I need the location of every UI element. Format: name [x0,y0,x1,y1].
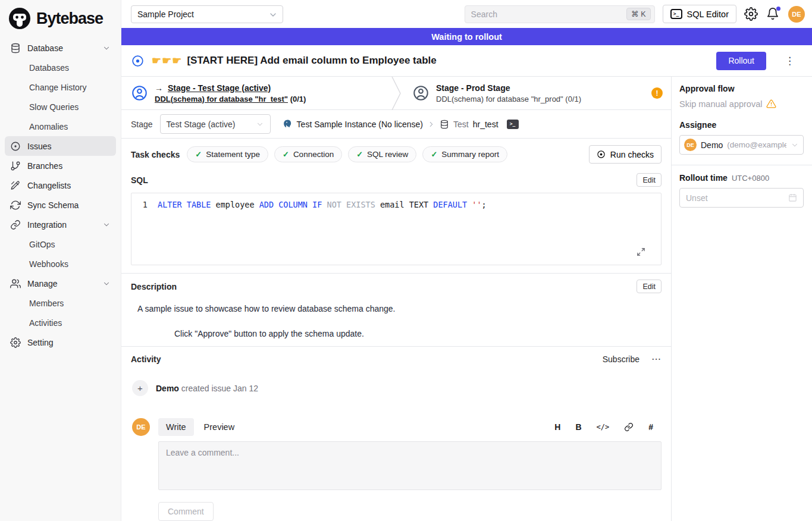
check-pill-summary-report[interactable]: ✓ Summary report [422,146,507,162]
activity-header: Activity Subscribe ⋯ [121,347,671,365]
sidebar-item-databases[interactable]: Databases [5,58,116,77]
sidebar-item-anomalies[interactable]: Anomalies [5,117,116,136]
sync-refresh-icon [10,200,21,211]
status-banner: Waiting to rollout [121,28,812,45]
chevron-down-icon [791,141,799,149]
sql-editor[interactable]: 1 ALTER TABLE employee ADD COLUMN IF NOT… [131,193,661,265]
command-k-shortcut: ⌘ K [626,8,650,20]
activity-entry: + Demo created issue Jan 12 [132,380,661,396]
stage-task-count: (0/1) [565,95,581,103]
rollout-time-label: Rollout time [679,173,728,183]
heading-icon[interactable]: H [554,422,560,432]
sidebar-item-manage[interactable]: Manage [5,274,116,293]
assignee-person-icon [413,85,429,101]
rollout-button[interactable]: Rollout [716,52,766,70]
bold-icon[interactable]: B [575,422,581,432]
sql-statement: ALTER TABLE employee ADD COLUMN IF NOT E… [158,200,487,209]
issue-sidebar: Approval flow Skip manual approval Assig… [671,77,812,521]
search-input[interactable] [471,10,627,19]
chevron-right-icon [427,120,435,128]
chevron-down-icon [102,221,111,229]
stage-strip: → Stage - Test Stage (active) DDL(schema… [121,77,671,110]
rollout-time-input[interactable]: Unset [679,188,804,208]
subscribe-button[interactable]: Subscribe [603,354,639,364]
content-row: → Stage - Test Stage (active) DDL(schema… [121,77,812,521]
issue-header: ☛☛☛ [START HERE] Add email column to Emp… [121,45,812,77]
topbar-right: ⌘ K >_ SQL Editor DE [465,5,805,23]
instance-name[interactable]: Test Sample Instance (No license) [297,120,423,129]
sidebar-item-changelists[interactable]: Changelists [5,175,116,195]
plus-icon: + [132,380,148,396]
comment-input[interactable] [158,441,661,490]
expand-icon[interactable] [637,247,645,256]
git-branch-icon [10,161,21,171]
chevron-down-icon [102,280,111,288]
database-name[interactable]: hr_test [473,120,499,129]
check-icon: ✓ [195,150,202,159]
sql-editor-button[interactable]: >_ SQL Editor [663,5,736,23]
sidebar-item-activities[interactable]: Activities [5,313,116,332]
kebab-menu-icon[interactable]: ⋮ [785,56,795,66]
check-pill-sql-review[interactable]: ✓ SQL review [348,146,416,162]
check-pill-statement-type[interactable]: ✓ Statement type [187,146,268,162]
check-pill-connection[interactable]: ✓ Connection [274,146,342,162]
check-icon: ✓ [431,150,437,159]
approval-flow-label: Approval flow [679,84,804,93]
run-checks-button[interactable]: Run checks [589,145,661,164]
comment-tabs: Write Preview H B </> # [158,418,661,436]
stage-card-prod[interactable]: Stage - Prod Stage DDL(schema) for datab… [403,77,671,109]
sidebar-item-setting[interactable]: Setting [5,332,116,352]
assignee-person-icon [131,85,148,101]
user-avatar[interactable]: DE [788,6,805,23]
sidebar-item-members[interactable]: Members [5,293,116,313]
panel-divider [672,165,812,165]
description-edit-button[interactable]: Edit [637,280,661,293]
task-checks-row: Task checks ✓ Statement type ✓ Connectio… [121,139,671,167]
more-horizontal-icon[interactable]: ⋯ [651,353,661,365]
sidebar-item-integration[interactable]: Integration [5,215,116,234]
activity-user: Demo [156,384,179,393]
link-icon[interactable] [624,422,634,432]
tab-preview[interactable]: Preview [196,418,243,436]
stage-select[interactable]: Test Stage (active) [160,114,271,134]
sql-label: SQL [131,175,148,185]
database-icon [440,120,449,129]
brand-logo[interactable]: Bytebase [0,0,121,36]
search-box[interactable]: ⌘ K [465,5,655,23]
sidebar-item-slow-queries[interactable]: Slow Queries [5,97,116,117]
stage-task: DDL(schema) for database "hr_prod" [436,95,563,103]
task-checks-label: Task checks [131,150,180,159]
warning-triangle-icon [766,99,776,109]
stage-task-link[interactable]: DDL(schema) for database "hr_test" [155,95,288,103]
arrow-right-icon: → [155,83,163,93]
line-number: 1 [131,200,158,209]
sidebar-item-sync-schema[interactable]: Sync Schema [5,195,116,215]
pointer-hands-icon: ☛☛☛ [152,54,182,67]
assignee-avatar: DE [684,139,697,151]
topbar: Sample Project ⌘ K >_ SQL Editor [121,0,812,28]
changelist-pencil-icon [10,180,21,191]
sidebar-item-issues[interactable]: Issues [5,136,116,156]
sidebar-item-branches[interactable]: Branches [5,156,116,175]
attention-badge-icon: ! [651,87,663,99]
comment-toolbar: H B </> # [554,422,661,432]
assignee-select[interactable]: DE Demo (demo@example [679,135,804,155]
sidebar-item-database[interactable]: Database [5,38,116,58]
hash-icon[interactable]: # [648,422,653,432]
tab-write[interactable]: Write [158,418,194,436]
description-line: A sample issue to showcase how to review… [137,304,661,313]
main-area: Sample Project ⌘ K >_ SQL Editor [121,0,812,521]
comment-submit-button[interactable]: Comment [158,502,214,521]
sql-code-line: 1 ALTER TABLE employee ADD COLUMN IF NOT… [131,200,661,209]
activity-label: Activity [131,354,161,364]
code-icon[interactable]: </> [597,423,610,431]
notification-bell-icon[interactable] [766,7,780,21]
sql-edit-button[interactable]: Edit [637,173,661,187]
project-select[interactable]: Sample Project [131,5,283,23]
stage-card-test[interactable]: → Stage - Test Stage (active) DDL(schema… [121,77,390,109]
sidebar-item-gitops[interactable]: GitOps [5,234,116,254]
settings-gear-icon[interactable] [744,7,758,21]
open-sql-editor-icon[interactable]: >_ [507,120,519,129]
sidebar-item-change-history[interactable]: Change History [5,77,116,97]
sidebar-item-webhooks[interactable]: Webhooks [5,254,116,274]
